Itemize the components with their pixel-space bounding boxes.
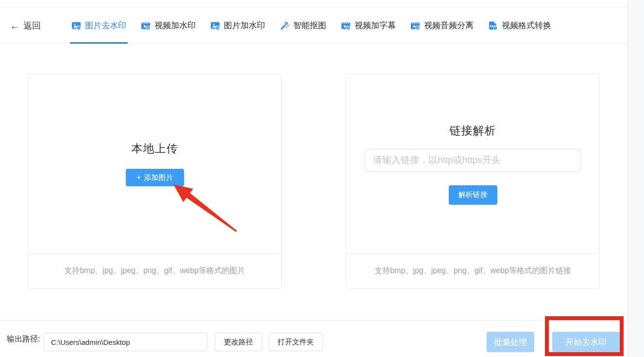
tab-image-add-watermark[interactable]: 图片加水印 [210, 8, 265, 43]
add-image-button-label: 添加图片 [144, 173, 173, 182]
video-subtitle-icon [341, 21, 351, 31]
local-upload-body: 本地上传 + 添加图片 [28, 74, 281, 253]
tab-bar: ← 返回 图片去水印 [0, 8, 627, 43]
tab-label: 智能抠图 [293, 20, 326, 31]
local-upload-title: 本地上传 [132, 141, 178, 156]
video-add-watermark-icon [141, 21, 151, 31]
local-upload-panel: 本地上传 + 添加图片 支持bmp、jpg、jpeg、png、gif、webp等… [28, 74, 282, 289]
back-arrow-icon: ← [10, 21, 19, 31]
plus-icon: + [136, 174, 141, 181]
change-path-button[interactable]: 更改路径 [215, 333, 262, 351]
open-folder-button[interactable]: 打开文件夹 [269, 333, 323, 351]
parse-link-button[interactable]: 解析链接 [449, 185, 497, 205]
local-upload-hint: 支持bmp、jpg、jpeg、png、gif、webp等格式的图片 [28, 253, 281, 288]
tab-image-remove-watermark[interactable]: 图片去水印 [71, 8, 126, 43]
image-add-watermark-icon [210, 21, 220, 31]
tab-video-add-subtitle[interactable]: 视频加字幕 [341, 8, 396, 43]
tab-label: 图片去水印 [85, 20, 126, 31]
tab-video-add-watermark[interactable]: 视频加水印 [141, 8, 196, 43]
output-path-label: 输出路径: [7, 321, 40, 357]
image-remove-watermark-icon [71, 21, 81, 31]
link-parse-title: 链接解析 [450, 123, 496, 138]
back-button[interactable]: ← 返回 [10, 8, 41, 43]
tab-list: 图片去水印 视频加水印 [71, 8, 551, 43]
video-audio-separate-icon [410, 21, 420, 31]
mp4-convert-icon: MP4 [488, 21, 498, 31]
app-window: ← 返回 图片去水印 [0, 0, 644, 357]
link-parse-hint: 支持bmp、jpg、jpeg、png、gif、webp等格式的图片链接 [346, 253, 599, 288]
start-remove-watermark-button[interactable]: 开始去水印 [552, 332, 620, 352]
tab-label: 图片加水印 [224, 20, 265, 31]
tab-label: 视频加字幕 [355, 20, 396, 31]
tab-video-audio-separate[interactable]: 视频音频分离 [410, 8, 474, 43]
link-parse-body: 链接解析 解析链接 [346, 74, 599, 253]
link-parse-panel: 链接解析 解析链接 支持bmp、jpg、jpeg、png、gif、webp等格式… [346, 74, 600, 289]
link-input[interactable] [365, 149, 581, 172]
tab-label: 视频音频分离 [424, 20, 474, 31]
back-label: 返回 [23, 20, 41, 32]
bottom-bar: 输出路径: 更改路径 打开文件夹 批量处理 开始去水印 [0, 320, 627, 357]
add-image-button[interactable]: + 添加图片 [126, 169, 184, 186]
tab-smart-cutout[interactable]: 智能抠图 [280, 8, 326, 43]
batch-process-button[interactable]: 批量处理 [487, 332, 534, 352]
tab-video-format-convert[interactable]: MP4 视频格式转换 [488, 8, 551, 43]
tab-label: 视频格式转换 [502, 20, 551, 31]
window-right-gutter [627, 0, 644, 357]
output-path-input[interactable] [44, 333, 207, 351]
magic-wand-icon [280, 21, 289, 31]
tab-label: 视频加水印 [154, 20, 196, 31]
